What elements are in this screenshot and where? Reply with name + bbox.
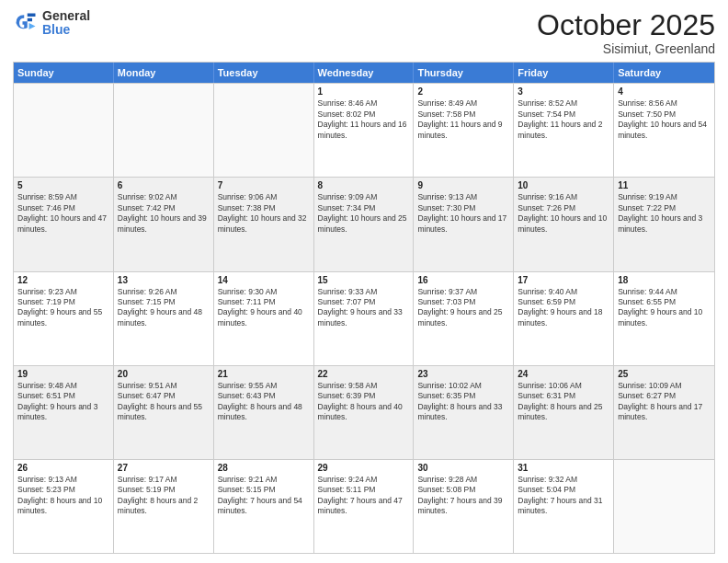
header-sunday: Sunday [14,63,114,83]
title-block: October 2025 Sisimiut, Greenland [537,9,715,56]
cell-info: Sunrise: 8:59 AM Sunset: 7:46 PM Dayligh… [17,192,109,235]
cell-info: Sunrise: 8:46 AM Sunset: 8:02 PM Dayligh… [318,98,410,141]
calendar-week-1: 1Sunrise: 8:46 AM Sunset: 8:02 PM Daylig… [14,83,714,177]
calendar-cell [114,84,214,177]
calendar-cell: 26Sunrise: 9:13 AM Sunset: 5:23 PM Dayli… [14,460,114,553]
calendar-cell: 25Sunrise: 10:09 AM Sunset: 6:27 PM Dayl… [614,366,714,459]
cell-info: Sunrise: 9:09 AM Sunset: 7:34 PM Dayligh… [318,192,410,235]
cell-info: Sunrise: 10:09 AM Sunset: 6:27 PM Daylig… [618,381,711,423]
calendar-cell: 22Sunrise: 9:58 AM Sunset: 6:39 PM Dayli… [314,366,415,459]
cell-info: Sunrise: 9:16 AM Sunset: 7:26 PM Dayligh… [518,192,609,235]
calendar-cell: 27Sunrise: 9:17 AM Sunset: 5:19 PM Dayli… [114,460,214,553]
cell-info: Sunrise: 9:23 AM Sunset: 7:19 PM Dayligh… [17,287,109,329]
cell-info: Sunrise: 9:28 AM Sunset: 5:08 PM Dayligh… [417,475,509,517]
cell-day-number: 16 [417,275,509,285]
calendar-cell: 2Sunrise: 8:49 AM Sunset: 7:58 PM Daylig… [414,84,514,177]
cell-info: Sunrise: 9:24 AM Sunset: 5:11 PM Dayligh… [318,475,410,517]
calendar-cell: 18Sunrise: 9:44 AM Sunset: 6:55 PM Dayli… [614,272,714,365]
cell-day-number: 28 [218,463,310,473]
calendar-header: Sunday Monday Tuesday Wednesday Thursday… [14,63,714,83]
cell-info: Sunrise: 9:48 AM Sunset: 6:51 PM Dayligh… [17,381,109,423]
calendar-cell: 19Sunrise: 9:48 AM Sunset: 6:51 PM Dayli… [14,366,114,459]
calendar-cell: 3Sunrise: 8:52 AM Sunset: 7:54 PM Daylig… [514,84,614,177]
cell-info: Sunrise: 10:06 AM Sunset: 6:31 PM Daylig… [518,381,609,423]
header-tuesday: Tuesday [214,63,314,83]
calendar-week-3: 12Sunrise: 9:23 AM Sunset: 7:19 PM Dayli… [14,271,714,365]
logo: General Blue [13,9,90,38]
calendar-week-2: 5Sunrise: 8:59 AM Sunset: 7:46 PM Daylig… [14,177,714,270]
cell-day-number: 23 [417,369,509,379]
cell-day-number: 30 [417,463,509,473]
cell-info: Sunrise: 9:21 AM Sunset: 5:15 PM Dayligh… [218,475,310,517]
cell-info: Sunrise: 9:58 AM Sunset: 6:39 PM Dayligh… [318,381,410,423]
cell-info: Sunrise: 9:44 AM Sunset: 6:55 PM Dayligh… [618,287,711,329]
cell-day-number: 1 [318,86,410,97]
cell-info: Sunrise: 9:13 AM Sunset: 7:30 PM Dayligh… [417,192,509,235]
cell-info: Sunrise: 9:13 AM Sunset: 5:23 PM Dayligh… [17,475,109,517]
calendar-cell: 30Sunrise: 9:28 AM Sunset: 5:08 PM Dayli… [414,460,514,553]
month-title: October 2025 [537,9,715,41]
header-thursday: Thursday [414,63,514,83]
cell-day-number: 11 [618,180,711,190]
cell-day-number: 14 [218,275,310,285]
location-subtitle: Sisimiut, Greenland [537,41,715,56]
cell-info: Sunrise: 10:02 AM Sunset: 6:35 PM Daylig… [417,381,509,423]
cell-day-number: 19 [17,369,109,379]
cell-day-number: 15 [318,275,410,285]
calendar-cell: 20Sunrise: 9:51 AM Sunset: 6:47 PM Dayli… [114,366,214,459]
cell-info: Sunrise: 9:26 AM Sunset: 7:15 PM Dayligh… [118,287,210,329]
cell-day-number: 13 [118,275,210,285]
cell-day-number: 3 [518,86,609,97]
cell-info: Sunrise: 8:56 AM Sunset: 7:50 PM Dayligh… [618,98,711,141]
calendar-week-5: 26Sunrise: 9:13 AM Sunset: 5:23 PM Dayli… [14,459,714,553]
cell-info: Sunrise: 9:51 AM Sunset: 6:47 PM Dayligh… [118,381,210,423]
calendar-cell: 6Sunrise: 9:02 AM Sunset: 7:42 PM Daylig… [114,178,214,270]
cell-info: Sunrise: 9:30 AM Sunset: 7:11 PM Dayligh… [218,287,310,329]
calendar-cell: 1Sunrise: 8:46 AM Sunset: 8:02 PM Daylig… [314,84,415,177]
calendar-cell: 21Sunrise: 9:55 AM Sunset: 6:43 PM Dayli… [214,366,314,459]
calendar-cell: 16Sunrise: 9:37 AM Sunset: 7:03 PM Dayli… [414,272,514,365]
calendar-body: 1Sunrise: 8:46 AM Sunset: 8:02 PM Daylig… [14,83,714,553]
logo-blue: Blue [42,23,90,37]
cell-info: Sunrise: 8:52 AM Sunset: 7:54 PM Dayligh… [518,98,609,141]
calendar-cell: 11Sunrise: 9:19 AM Sunset: 7:22 PM Dayli… [614,178,714,270]
cell-day-number: 24 [518,369,609,379]
header-saturday: Saturday [614,63,714,83]
calendar-cell: 29Sunrise: 9:24 AM Sunset: 5:11 PM Dayli… [314,460,415,553]
logo-general: General [42,9,90,23]
cell-day-number: 26 [17,463,109,473]
calendar-cell: 12Sunrise: 9:23 AM Sunset: 7:19 PM Dayli… [14,272,114,365]
calendar-cell: 23Sunrise: 10:02 AM Sunset: 6:35 PM Dayl… [414,366,514,459]
calendar-cell: 15Sunrise: 9:33 AM Sunset: 7:07 PM Dayli… [314,272,415,365]
cell-day-number: 22 [318,369,410,379]
cell-day-number: 18 [618,275,711,285]
calendar-cell: 7Sunrise: 9:06 AM Sunset: 7:38 PM Daylig… [214,178,314,270]
cell-day-number: 20 [118,369,210,379]
cell-info: Sunrise: 9:06 AM Sunset: 7:38 PM Dayligh… [218,192,310,235]
cell-day-number: 7 [218,180,310,190]
calendar-cell [214,84,314,177]
header-wednesday: Wednesday [314,63,415,83]
calendar-cell: 14Sunrise: 9:30 AM Sunset: 7:11 PM Dayli… [214,272,314,365]
cell-day-number: 29 [318,463,410,473]
cell-day-number: 2 [417,86,509,97]
cell-info: Sunrise: 9:32 AM Sunset: 5:04 PM Dayligh… [518,475,609,517]
cell-day-number: 12 [17,275,109,285]
cell-info: Sunrise: 9:33 AM Sunset: 7:07 PM Dayligh… [318,287,410,329]
cell-info: Sunrise: 8:49 AM Sunset: 7:58 PM Dayligh… [417,98,509,141]
header-monday: Monday [114,63,214,83]
cell-info: Sunrise: 9:37 AM Sunset: 7:03 PM Dayligh… [417,287,509,329]
cell-day-number: 6 [118,180,210,190]
calendar-cell: 13Sunrise: 9:26 AM Sunset: 7:15 PM Dayli… [114,272,214,365]
calendar-cell: 28Sunrise: 9:21 AM Sunset: 5:15 PM Dayli… [214,460,314,553]
cell-day-number: 9 [417,180,509,190]
cell-day-number: 4 [618,86,711,97]
calendar-cell [614,460,714,553]
header-friday: Friday [514,63,614,83]
calendar-cell: 9Sunrise: 9:13 AM Sunset: 7:30 PM Daylig… [414,178,514,270]
cell-info: Sunrise: 9:02 AM Sunset: 7:42 PM Dayligh… [118,192,210,235]
cell-day-number: 8 [318,180,410,190]
cell-info: Sunrise: 9:17 AM Sunset: 5:19 PM Dayligh… [118,475,210,517]
cell-day-number: 21 [218,369,310,379]
calendar: Sunday Monday Tuesday Wednesday Thursday… [13,62,715,554]
